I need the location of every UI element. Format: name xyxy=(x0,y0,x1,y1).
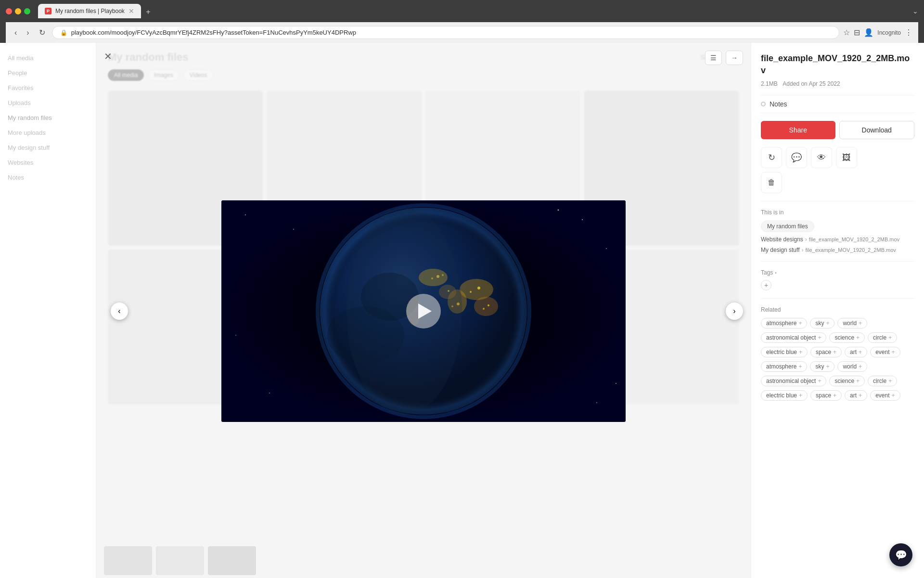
related-tag-art-2[interactable]: art + xyxy=(845,390,867,401)
plus-icon: + xyxy=(798,320,802,327)
maximize-window-button[interactable] xyxy=(24,8,30,14)
related-tag-space-2[interactable]: space + xyxy=(810,390,842,401)
svg-point-31 xyxy=(235,335,236,336)
video-player[interactable] xyxy=(221,200,626,422)
minimize-window-button[interactable] xyxy=(15,8,21,14)
related-tag-event-2[interactable]: event + xyxy=(870,390,900,401)
plus-icon: + xyxy=(856,334,860,341)
active-tab[interactable]: P My random files | Playbook ✕ xyxy=(38,4,141,18)
thumbnail-strip xyxy=(96,542,751,578)
trash-icon: 🗑 xyxy=(768,178,775,187)
page-header: My random files Share 🔍 xyxy=(96,43,751,69)
download-button[interactable]: Download xyxy=(839,121,915,139)
comment-icon-button[interactable]: 💬 xyxy=(786,147,807,168)
plus-icon: + xyxy=(818,334,821,341)
reload-button[interactable]: ↻ xyxy=(36,26,48,39)
chat-bubble-button[interactable]: 💬 xyxy=(889,543,912,566)
right-panel: file_example_MOV_1920_2_2MB.mov 2.1MB Ad… xyxy=(751,43,924,578)
filter-all-media[interactable]: All media xyxy=(108,69,144,81)
related-tag-sky-1[interactable]: sky + xyxy=(810,318,834,328)
related-tag-science-2[interactable]: science + xyxy=(829,376,865,386)
icon-row-1: ↻ 💬 👁 🖼 xyxy=(761,147,914,168)
main-content: My random files Share 🔍 All media Images… xyxy=(96,43,751,578)
filter-images[interactable]: Images xyxy=(148,69,179,81)
forward-button-toolbar[interactable]: → xyxy=(726,51,743,65)
related-group-1: atmosphere + sky + world + xyxy=(761,318,914,328)
breadcrumb-my-design-stuff[interactable]: My design stuff xyxy=(761,247,799,253)
action-buttons: Share Download xyxy=(761,121,914,139)
tab-title: My random files | Playbook xyxy=(55,8,125,14)
related-tag-astronomical-2[interactable]: astronomical object + xyxy=(761,376,826,386)
related-tag-space-1[interactable]: space + xyxy=(810,347,842,357)
location-tag-container: My random files xyxy=(761,221,914,232)
video-toolbar: ☰ → xyxy=(705,51,743,65)
related-tag-science-1[interactable]: science + xyxy=(829,332,865,343)
plus-icon: + xyxy=(859,320,862,327)
related-tag-art-1[interactable]: art + xyxy=(845,347,867,357)
split-screen-icon[interactable]: ⊟ xyxy=(854,28,860,37)
related-tag-circle-2[interactable]: circle + xyxy=(868,376,897,386)
related-group-6: electric blue + space + art + event + xyxy=(761,390,914,401)
plus-icon: + xyxy=(833,349,836,355)
location-tag-my-random[interactable]: My random files xyxy=(761,221,814,232)
play-button[interactable] xyxy=(406,294,441,328)
divider-2 xyxy=(761,261,914,262)
tags-text: Tags xyxy=(761,269,773,276)
related-tag-world-1[interactable]: world + xyxy=(837,318,867,328)
close-window-button[interactable] xyxy=(6,8,12,14)
delete-button[interactable]: 🗑 xyxy=(761,172,782,193)
bookmark-icon[interactable]: ☆ xyxy=(843,28,850,37)
file-added: Added on Apr 25 2022 xyxy=(783,80,840,87)
visibility-icon-button[interactable]: 👁 xyxy=(811,147,832,168)
related-group-2: astronomical object + science + circle + xyxy=(761,332,914,343)
svg-point-32 xyxy=(596,402,597,403)
menu-icon[interactable]: ⋮ xyxy=(905,28,912,37)
more-tabs-button[interactable]: ⌄ xyxy=(912,7,918,15)
divider-3 xyxy=(761,298,914,299)
plus-icon: + xyxy=(891,349,895,355)
related-tag-electric-blue-2[interactable]: electric blue + xyxy=(761,390,808,401)
activity-icon-button[interactable]: ↻ xyxy=(761,147,782,168)
related-tag-world-2[interactable]: world + xyxy=(837,361,867,372)
account-icon[interactable]: 👤 xyxy=(864,28,873,37)
file-title: file_example_MOV_1920_2_2MB.mov xyxy=(761,53,914,77)
close-button[interactable]: ✕ xyxy=(104,51,112,62)
filter-videos[interactable]: Videos xyxy=(183,69,213,81)
breadcrumb-website-designs[interactable]: Website designs xyxy=(761,236,803,243)
incognito-label: Incognito xyxy=(877,29,901,36)
tags-section: Tags • + xyxy=(761,269,914,290)
related-tag-electric-blue-1[interactable]: electric blue + xyxy=(761,347,808,357)
image-icon-button[interactable]: 🖼 xyxy=(836,147,857,168)
comment-icon: 💬 xyxy=(791,152,802,163)
related-group-5: astronomical object + science + circle + xyxy=(761,376,914,386)
related-tag-astronomical-1[interactable]: astronomical object + xyxy=(761,332,826,343)
image-icon: 🖼 xyxy=(842,153,851,163)
plus-icon: + xyxy=(859,392,862,399)
tags-label: Tags • xyxy=(761,269,914,276)
chat-icon: 💬 xyxy=(895,549,907,561)
back-button[interactable]: ‹ xyxy=(12,26,20,39)
previous-button[interactable]: ‹ xyxy=(111,302,128,320)
related-tag-event-1[interactable]: event + xyxy=(870,347,900,357)
address-bar[interactable]: 🔒 playbook.com/moodjoy/FCVyAzcBqmrYEfj4Z… xyxy=(52,26,840,39)
list-view-button[interactable]: ☰ xyxy=(705,51,722,65)
forward-button[interactable]: › xyxy=(24,26,32,39)
add-tag-button[interactable]: + xyxy=(761,280,771,290)
plus-icon: + xyxy=(826,320,829,327)
next-button[interactable]: › xyxy=(726,302,743,320)
icon-row-2: 🗑 xyxy=(761,172,914,193)
related-tag-sky-2[interactable]: sky + xyxy=(810,361,834,372)
this-is-in-label: This is in xyxy=(761,209,914,216)
related-tag-circle-1[interactable]: circle + xyxy=(868,332,897,343)
tab-close-button[interactable]: ✕ xyxy=(128,7,134,15)
svg-point-16 xyxy=(477,287,480,289)
share-button[interactable]: Share xyxy=(761,121,835,139)
chevron-icon-2: › xyxy=(801,247,803,253)
related-tag-atmosphere-1[interactable]: atmosphere + xyxy=(761,318,807,328)
url-text: playbook.com/moodjoy/FCVyAzcBqmrYEfj4ZRM… xyxy=(71,29,832,36)
plus-icon: + xyxy=(799,349,802,355)
related-tag-atmosphere-2[interactable]: atmosphere + xyxy=(761,361,807,372)
new-tab-button[interactable]: + xyxy=(142,6,154,18)
related-label: Related xyxy=(761,306,914,313)
svg-point-15 xyxy=(460,279,493,300)
